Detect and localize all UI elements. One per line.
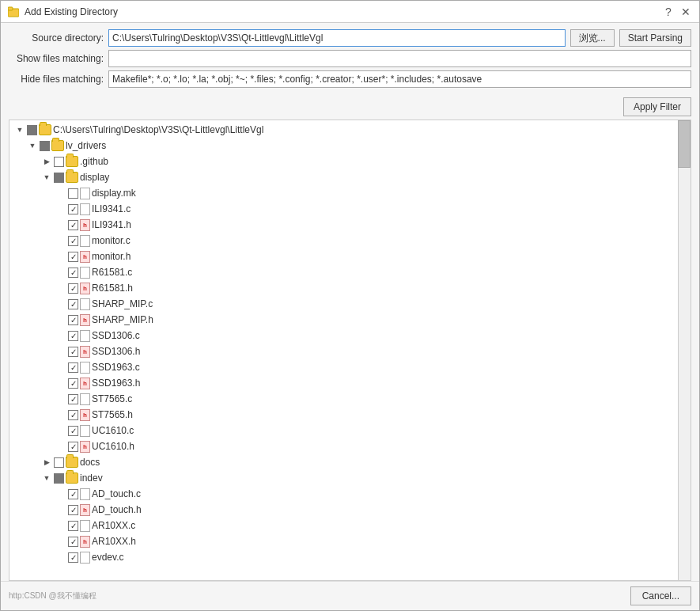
file-type-sharp-mip-c	[80, 298, 90, 310]
tree-node-root: C:\Users\Tulring\Desktop\V3S\Qt-Littlevg…	[13, 122, 675, 138]
folder-icon-indev	[66, 472, 78, 484]
label-ssd1306-c: SSD1306.c	[92, 330, 140, 341]
tree-node-sharp-mip-h: h SHARP_MIP.h	[13, 312, 675, 328]
expand-icon-lv_drivers[interactable]	[27, 140, 38, 151]
source-input[interactable]	[108, 29, 566, 47]
checkbox-ssd1306-c[interactable]	[68, 331, 78, 341]
folder-icon-root	[39, 124, 51, 135]
checkbox-monitor-c[interactable]	[68, 236, 78, 246]
file-type-evdev-c	[80, 552, 90, 564]
hide-input[interactable]	[108, 70, 691, 88]
checkbox-ssd1306-h[interactable]	[68, 347, 78, 357]
tree-node-uc1610-c: UC1610.c	[13, 423, 675, 438]
expand-icon-display[interactable]	[41, 172, 52, 183]
tree-node-uc1610-h: h UC1610.h	[13, 438, 675, 454]
label-ad-touch-h: AD_touch.h	[92, 504, 142, 515]
tree-node-ili9341-c: ILI9341.c	[13, 201, 675, 217]
label-monitor-c: monitor.c	[92, 235, 131, 246]
checkbox-sharp-mip-c[interactable]	[68, 299, 78, 309]
label-ssd1963-h: SSD1963.h	[92, 378, 140, 389]
dialog-title: Add Existing Directory	[25, 6, 118, 17]
tree-node-ar10xx-c: AR10XX.c	[13, 518, 675, 533]
watermark: http:CSDN @我不懂编程	[9, 590, 624, 602]
expand-icon-github[interactable]	[41, 156, 52, 167]
checkbox-ili9341-h[interactable]	[68, 220, 78, 230]
label-ili9341-c: ILI9341.c	[92, 203, 131, 214]
file-type-ar10xx-h: h	[80, 536, 90, 548]
expand-icon-docs[interactable]	[41, 457, 52, 468]
checkbox-st7565-c[interactable]	[68, 394, 78, 404]
expand-icon-root[interactable]	[14, 124, 25, 135]
checkbox-ad-touch-h[interactable]	[68, 505, 78, 515]
label-st7565-h: ST7565.h	[92, 409, 133, 420]
checkbox-r61581-c[interactable]	[68, 268, 78, 278]
file-type-ad-touch-c	[80, 488, 90, 500]
folder-icon-lv_drivers	[51, 140, 64, 151]
checkbox-github[interactable]	[54, 157, 64, 167]
help-button[interactable]: ?	[661, 5, 675, 19]
file-type-uc1610-h: h	[80, 441, 90, 453]
form-area: Source directory: 浏览... Start Parsing Sh…	[1, 23, 699, 94]
tree-node-sharp-mip-c: SHARP_MIP.c	[13, 296, 675, 312]
tree-node-ar10xx-h: h AR10XX.h	[13, 533, 675, 549]
tree-node-lv_drivers: lv_drivers	[13, 138, 675, 154]
tree-node-ili9341-h: h ILI9341.h	[13, 217, 675, 233]
scrollbar-thumb[interactable]	[678, 120, 691, 168]
tree-area[interactable]: C:\Users\Tulring\Desktop\V3S\Qt-Littlevg…	[9, 120, 691, 581]
checkbox-sharp-mip-h[interactable]	[68, 315, 78, 325]
tree-node-monitor-h: h monitor.h	[13, 249, 675, 264]
label-uc1610-h: UC1610.h	[92, 441, 134, 452]
file-type-uc1610-c	[80, 425, 90, 437]
browse-button[interactable]: 浏览...	[570, 29, 615, 47]
checkbox-ssd1963-c[interactable]	[68, 362, 78, 373]
tree-node-ad-touch-h: h AD_touch.h	[13, 502, 675, 518]
file-type-ili9341-h: h	[80, 219, 90, 231]
checkbox-ar10xx-h[interactable]	[68, 537, 78, 547]
svg-rect-1	[8, 7, 13, 10]
checkbox-docs[interactable]	[54, 457, 64, 468]
checkbox-root[interactable]	[27, 125, 37, 135]
label-display: display	[80, 172, 109, 183]
label-uc1610-c: UC1610.c	[92, 425, 134, 436]
start-parsing-button[interactable]: Start Parsing	[619, 29, 691, 47]
tree-node-evdev-c: evdev.c	[13, 549, 675, 565]
checkbox-ssd1963-h[interactable]	[68, 378, 78, 389]
tree-node-ssd1306-h: h SSD1306.h	[13, 343, 675, 359]
file-type-ili9341-c	[80, 203, 90, 215]
file-type-ssd1306-c	[80, 330, 90, 342]
scrollbar[interactable]	[678, 120, 691, 580]
tree-node-st7565-c: ST7565.c	[13, 391, 675, 407]
label-ad-touch-c: AD_touch.c	[92, 488, 141, 499]
label-sharp-mip-c: SHARP_MIP.c	[92, 298, 153, 309]
bottom-bar: http:CSDN @我不懂编程 Cancel...	[1, 581, 699, 610]
tree-node-ad-touch-c: AD_touch.c	[13, 486, 675, 502]
checkbox-evdev-c[interactable]	[68, 552, 78, 563]
hide-row: Hide files matching:	[9, 70, 691, 88]
checkbox-display[interactable]	[54, 173, 64, 183]
title-bar-left: Add Existing Directory	[7, 6, 118, 18]
show-input[interactable]	[108, 50, 691, 67]
checkbox-r61581-h[interactable]	[68, 283, 78, 294]
checkbox-ili9341-c[interactable]	[68, 204, 78, 214]
apply-filter-button[interactable]: Apply Filter	[623, 97, 691, 116]
expand-icon-indev[interactable]	[41, 472, 52, 484]
checkbox-uc1610-h[interactable]	[68, 442, 78, 452]
checkbox-ar10xx-c[interactable]	[68, 521, 78, 531]
checkbox-display-mk[interactable]	[68, 188, 78, 199]
title-bar: Add Existing Directory ? ✕	[1, 1, 699, 23]
checkbox-monitor-h[interactable]	[68, 252, 78, 262]
label-ar10xx-c: AR10XX.c	[92, 520, 135, 531]
cancel-button[interactable]: Cancel...	[630, 586, 691, 605]
checkbox-st7565-h[interactable]	[68, 410, 78, 420]
add-existing-directory-dialog: Add Existing Directory ? ✕ Source direct…	[0, 0, 700, 611]
checkbox-ad-touch-c[interactable]	[68, 489, 78, 499]
checkbox-indev[interactable]	[54, 473, 64, 484]
label-r61581-c: R61581.c	[92, 267, 132, 278]
tree-node-r61581-h: h R61581.h	[13, 280, 675, 296]
label-ssd1306-h: SSD1306.h	[92, 346, 140, 357]
checkbox-lv_drivers[interactable]	[40, 141, 50, 151]
tree-node-docs: docs	[13, 454, 675, 470]
close-button[interactable]: ✕	[679, 5, 693, 19]
checkbox-uc1610-c[interactable]	[68, 426, 78, 436]
label-sharp-mip-h: SHARP_MIP.h	[92, 314, 153, 325]
